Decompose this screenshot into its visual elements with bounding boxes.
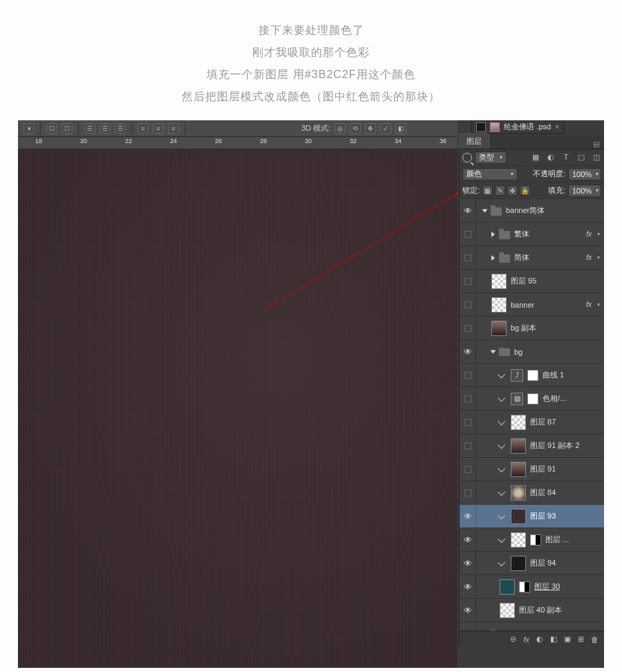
filter-pixel-icon[interactable]: ▦ bbox=[531, 153, 540, 162]
layer-name[interactable]: 图层 91 bbox=[530, 464, 556, 474]
layer-row[interactable]: 图层 91 副本 2 bbox=[460, 434, 604, 458]
align-left-icon[interactable]: ☰ bbox=[84, 123, 95, 134]
fx-badge[interactable]: fx bbox=[586, 254, 592, 261]
layer-thumbnail[interactable] bbox=[511, 532, 526, 548]
filter-shape-icon[interactable]: ▢ bbox=[576, 153, 586, 162]
layer-thumbnail[interactable] bbox=[491, 321, 507, 336]
layer-row[interactable]: 👁图层 30 bbox=[460, 575, 604, 599]
dist-3-icon[interactable]: ≡ bbox=[168, 123, 179, 134]
layer-name[interactable]: 繁体 bbox=[514, 229, 529, 239]
layer-row[interactable]: 简体fx▾ bbox=[460, 246, 604, 270]
visibility-toggle[interactable] bbox=[460, 293, 476, 316]
layer-thumbnail[interactable] bbox=[500, 579, 515, 595]
canvas[interactable] bbox=[18, 149, 458, 668]
chevron-down-icon[interactable]: ▾ bbox=[597, 301, 600, 308]
visibility-toggle[interactable]: 👁 bbox=[460, 505, 476, 528]
layer-mask-thumb[interactable] bbox=[530, 534, 541, 545]
layer-row[interactable]: 👁bg bbox=[460, 340, 604, 364]
fx-badge[interactable]: fx bbox=[586, 301, 592, 308]
layer-name[interactable]: 1 bbox=[506, 630, 510, 631]
layer-name[interactable]: 图层 40 副本 bbox=[519, 605, 562, 615]
visibility-toggle[interactable] bbox=[460, 481, 476, 504]
layer-name[interactable]: bg bbox=[514, 348, 522, 356]
visibility-toggle[interactable]: 👁 bbox=[460, 575, 476, 598]
layer-row[interactable]: 图层 84 bbox=[460, 481, 604, 505]
fill-field[interactable]: 100% ▾ bbox=[568, 185, 601, 197]
layer-thumbnail[interactable] bbox=[511, 485, 526, 501]
layer-list[interactable]: 👁banner简体繁体fx▾简体fx▾图层 95bannerfx▾bg 副本👁b… bbox=[460, 199, 604, 631]
layer-name[interactable]: 图层 91 副本 2 bbox=[530, 440, 580, 451]
layer-mask-thumb[interactable] bbox=[519, 581, 530, 592]
layer-row[interactable]: 繁体fx▾ bbox=[460, 223, 604, 246]
layer-name[interactable]: 图层 93 bbox=[530, 511, 556, 521]
disclosure-triangle-icon[interactable] bbox=[491, 255, 495, 261]
add-mask-icon[interactable]: ◐ bbox=[536, 635, 543, 644]
layer-thumbnail[interactable] bbox=[511, 509, 526, 524]
layer-name[interactable]: 图层 ... bbox=[545, 534, 569, 545]
lock-all-icon[interactable]: 🔒 bbox=[520, 185, 530, 196]
close-icon[interactable]: × bbox=[555, 123, 559, 131]
opt-icon-2[interactable]: ☐ bbox=[62, 123, 73, 134]
visibility-toggle[interactable] bbox=[460, 387, 476, 410]
layer-row[interactable]: bg 副本 bbox=[460, 317, 604, 340]
visibility-toggle[interactable] bbox=[460, 223, 476, 245]
3d-icon-5[interactable]: ◧ bbox=[395, 123, 406, 134]
layer-thumbnail[interactable] bbox=[511, 438, 526, 454]
new-adjustment-icon[interactable]: ◧ bbox=[550, 635, 557, 644]
filter-adjust-icon[interactable]: ◐ bbox=[546, 153, 556, 162]
layer-row[interactable]: ▤色相/... bbox=[460, 387, 604, 411]
layer-row[interactable]: 图层 87 bbox=[460, 411, 604, 434]
layer-name[interactable]: 图层 84 bbox=[530, 487, 556, 498]
3d-icon-1[interactable]: ◎ bbox=[334, 123, 346, 134]
visibility-toggle[interactable]: 👁 bbox=[460, 340, 476, 363]
document-tab[interactable]: 纶金佛语 .psd × bbox=[471, 120, 564, 134]
layer-row[interactable]: 👁图层 40 副本 bbox=[460, 599, 604, 622]
visibility-toggle[interactable]: 👁 bbox=[460, 552, 476, 575]
chevron-down-icon[interactable]: ▾ bbox=[597, 254, 600, 261]
panel-menu-icon[interactable]: ▤ bbox=[593, 140, 604, 149]
layer-thumbnail[interactable] bbox=[491, 297, 507, 312]
layer-thumbnail[interactable] bbox=[511, 415, 526, 430]
visibility-toggle[interactable] bbox=[460, 434, 476, 457]
visibility-toggle[interactable] bbox=[460, 622, 476, 631]
chevron-down-icon[interactable]: ▾ bbox=[597, 231, 600, 237]
layer-row[interactable]: 图层 91 bbox=[460, 458, 604, 481]
layer-thumbnail[interactable] bbox=[491, 274, 507, 289]
visibility-toggle[interactable] bbox=[460, 317, 476, 339]
filter-type-icon[interactable]: T bbox=[561, 153, 571, 162]
visibility-toggle[interactable] bbox=[460, 270, 476, 292]
opacity-field[interactable]: 100% ▾ bbox=[568, 168, 601, 180]
visibility-toggle[interactable] bbox=[460, 411, 476, 433]
layer-thumbnail[interactable] bbox=[500, 603, 515, 618]
layer-row[interactable]: 1 bbox=[460, 622, 604, 631]
lock-transparent-icon[interactable]: ▦ bbox=[482, 185, 493, 196]
visibility-toggle[interactable] bbox=[460, 364, 476, 386]
layer-row[interactable]: 👁图层 93 bbox=[460, 505, 604, 528]
layer-row[interactable]: 👁图层 94 bbox=[460, 552, 604, 575]
layer-name[interactable]: banner bbox=[511, 301, 534, 309]
3d-icon-4[interactable]: ⤢ bbox=[380, 123, 391, 134]
layer-name[interactable]: 简体 bbox=[514, 252, 529, 263]
3d-icon-2[interactable]: ⟲ bbox=[350, 123, 361, 134]
visibility-toggle[interactable]: 👁 bbox=[460, 599, 476, 622]
align-center-icon[interactable]: ☰ bbox=[100, 123, 111, 134]
lock-position-icon[interactable]: ✥ bbox=[507, 185, 518, 196]
layer-mask-thumb[interactable] bbox=[527, 370, 538, 381]
search-icon[interactable] bbox=[462, 153, 472, 162]
filter-type-dropdown[interactable]: 类型 ▾ bbox=[475, 151, 507, 164]
trash-icon[interactable]: 🗑 bbox=[591, 635, 599, 644]
fx-badge[interactable]: fx bbox=[586, 230, 592, 238]
align-right-icon[interactable]: ☰ bbox=[115, 123, 126, 134]
new-layer-icon[interactable]: ⊞ bbox=[578, 635, 584, 644]
visibility-toggle[interactable]: 👁 bbox=[460, 199, 476, 222]
layer-name[interactable]: 色相/... bbox=[543, 393, 566, 404]
layer-thumbnail[interactable] bbox=[511, 462, 526, 477]
disclosure-triangle-icon[interactable] bbox=[491, 232, 495, 237]
layer-name[interactable]: banner简体 bbox=[506, 205, 545, 216]
layer-name[interactable]: 图层 30 bbox=[534, 581, 560, 592]
layer-row[interactable]: 👁图层 ... bbox=[460, 528, 604, 552]
new-group-icon[interactable]: ▣ bbox=[564, 635, 571, 644]
tab-layers[interactable]: 图层 bbox=[459, 133, 489, 149]
layer-thumbnail[interactable] bbox=[511, 556, 526, 571]
visibility-toggle[interactable]: 👁 bbox=[460, 528, 476, 551]
